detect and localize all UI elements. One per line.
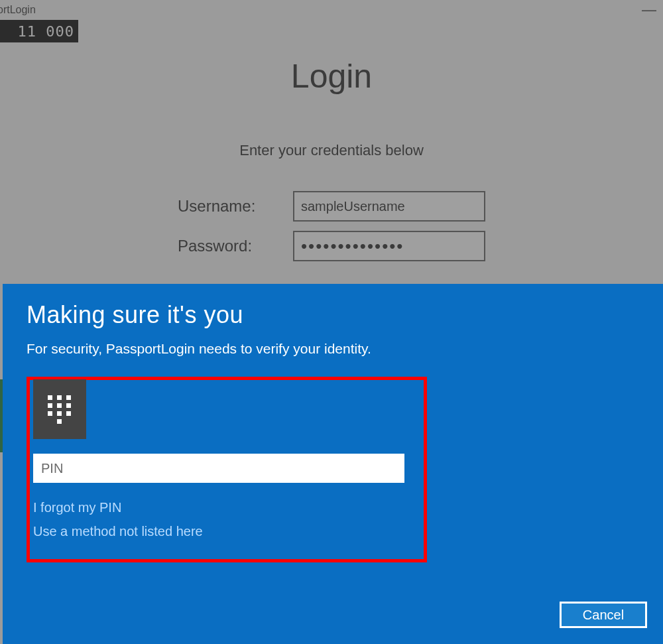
pin-method-tile[interactable] — [33, 379, 86, 439]
keypad-icon — [33, 379, 86, 439]
svg-rect-1 — [48, 395, 52, 400]
dialog-title: Making sure it's you — [27, 301, 639, 329]
cancel-button-label: Cancel — [583, 608, 624, 623]
svg-rect-2 — [57, 395, 62, 400]
svg-rect-9 — [66, 411, 71, 416]
svg-rect-10 — [57, 419, 62, 424]
alternate-method-link[interactable]: Use a method not listed here — [33, 524, 203, 539]
svg-rect-7 — [48, 411, 52, 416]
svg-rect-3 — [66, 395, 71, 400]
pin-input-placeholder: PIN — [41, 461, 63, 476]
cancel-button[interactable]: Cancel — [560, 602, 647, 628]
svg-rect-8 — [57, 411, 62, 416]
svg-rect-5 — [57, 403, 62, 408]
windows-security-dialog: Making sure it's you For security, Passp… — [3, 284, 663, 644]
svg-rect-4 — [48, 403, 52, 408]
forgot-pin-link[interactable]: I forgot my PIN — [33, 500, 121, 515]
pin-input[interactable]: PIN — [33, 454, 404, 483]
dialog-subtitle: For security, PassportLogin needs to ver… — [27, 341, 639, 357]
svg-rect-6 — [66, 403, 71, 408]
